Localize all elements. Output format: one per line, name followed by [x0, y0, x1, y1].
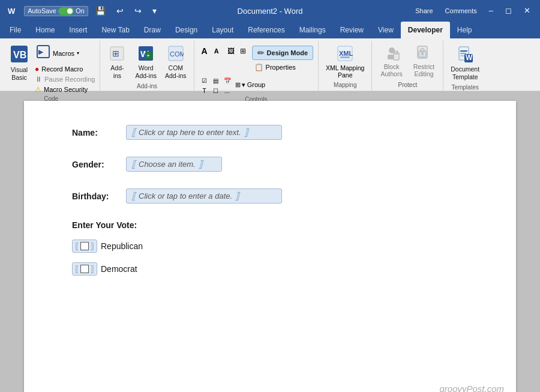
gender-placeholder: Choose an item. [139, 160, 196, 169]
svg-rect-14 [340, 56, 350, 58]
macro-security-warn-icon: ⚠ [35, 85, 41, 94]
block-authors-label: BlockAuthors [380, 63, 402, 77]
block-authors-button[interactable]: BlockAuthors [376, 43, 407, 79]
svg-point-22 [421, 53, 424, 55]
undo-icon[interactable]: ↩ [113, 5, 127, 17]
minimize-button[interactable]: – [484, 6, 498, 15]
controls-top: A A 🖼 ⊞ ✏ Design Mode 📋 [199, 46, 313, 73]
tab-new-tab[interactable]: New Tab [94, 22, 136, 38]
tab-view[interactable]: View [371, 22, 401, 38]
pause-recording-button[interactable]: ⏸ Pause Recording [34, 74, 96, 84]
document-page: Name: Click or tap here to enter text. G… [24, 101, 516, 392]
share-button[interactable]: Share [410, 6, 437, 16]
republican-checkbox[interactable] [80, 242, 89, 250]
tab-design[interactable]: Design [168, 22, 205, 38]
add-ins-button[interactable]: ⊞ Add-ins [104, 43, 130, 82]
document-template-button[interactable]: W DocumentTemplate [447, 43, 483, 83]
democrat-checkbox-control[interactable] [72, 262, 97, 276]
birthday-date-control[interactable]: Click or tap to enter a date. [126, 188, 282, 204]
combo-ctrl[interactable]: ▤ [211, 75, 221, 86]
restore-button[interactable]: ◻ [500, 6, 517, 15]
republican-checkbox-control[interactable] [72, 240, 97, 253]
document-template-icon: W [457, 46, 473, 64]
text-size-controls: A A [199, 46, 222, 56]
image-ctrl-icon[interactable]: 🖼 [226, 46, 236, 56]
protect-group-label: Protect [398, 80, 418, 89]
word-app-icon: W [5, 5, 18, 17]
templates-group-label: Templates [451, 83, 479, 92]
content-ctrl[interactable]: ☐ [211, 85, 221, 96]
tab-help[interactable]: Help [450, 22, 479, 38]
restrict-editing-button[interactable]: RestrictEditing [409, 43, 440, 79]
name-text-control[interactable]: Click or tap here to enter text. [126, 125, 282, 140]
redo-icon[interactable]: ↪ [131, 5, 145, 17]
record-macro-button[interactable]: ● Record Macro [34, 64, 96, 74]
watermark: groovyPost.com [439, 384, 504, 392]
macros-label: Macros [53, 50, 74, 58]
vote-section: Enter Your Vote: Republican Democrat [72, 220, 468, 276]
democrat-vote-row: Democrat [72, 262, 468, 276]
properties-button[interactable]: 📋 Properties [252, 62, 313, 73]
text-controls: A A [199, 46, 222, 56]
document-template-label: DocumentTemplate [451, 65, 479, 80]
design-mode-icon: ✏ [257, 48, 265, 58]
code-group-content: VB VisualBasic ▶ Macros ▾ ● Record Macro [6, 41, 96, 94]
tab-review[interactable]: Review [333, 22, 371, 38]
xml-mapping-pane-button[interactable]: XML XML MappingPane [322, 43, 368, 80]
tab-insert[interactable]: Insert [62, 22, 94, 38]
democrat-label: Democrat [101, 264, 137, 274]
ribbon-group-controls: A A 🖼 ⊞ ✏ Design Mode 📋 [194, 41, 319, 91]
visual-basic-label: VisualBasic [11, 66, 28, 81]
ribbon-tabs: File Home Insert New Tab Draw Design Lay… [0, 22, 540, 38]
restrict-editing-label: RestrictEditing [413, 63, 435, 77]
save-icon[interactable]: 💾 [92, 5, 109, 17]
date-ctrl[interactable]: 📅 [222, 75, 233, 86]
table-ctrl-icon[interactable]: ⊞ [238, 46, 248, 56]
comments-button[interactable]: Comments [440, 6, 482, 16]
mapping-group-content: XML XML MappingPane [322, 41, 368, 80]
autosave-toggle[interactable] [58, 7, 74, 15]
title-bar: W AutoSave On 💾 ↩ ↪ ▾ Document2 - Word S… [0, 0, 540, 22]
democrat-checkbox[interactable] [80, 265, 89, 273]
design-mode-label: Design Mode [267, 49, 308, 56]
tab-draw[interactable]: Draw [137, 22, 168, 38]
visual-basic-button[interactable]: VB VisualBasic [6, 43, 32, 83]
controls-group-content: A A 🖼 ⊞ ✏ Design Mode 📋 [199, 43, 313, 95]
checkbox-ctrl[interactable]: ☑ [199, 75, 210, 86]
text-ctrl[interactable]: T [199, 85, 210, 96]
tab-home[interactable]: Home [28, 22, 62, 38]
small-text-btn[interactable]: A [211, 46, 222, 56]
mapping-group-label: Mapping [334, 80, 356, 89]
svg-text:▶: ▶ [38, 48, 44, 55]
gender-dropdown-control[interactable]: Choose an item. [126, 157, 222, 172]
macros-button[interactable]: ▶ Macros ▾ [34, 43, 96, 64]
tab-layout[interactable]: Layout [205, 22, 241, 38]
autosave-toggle-btn[interactable]: AutoSave On [24, 6, 88, 16]
ribbon-group-code: VB VisualBasic ▶ Macros ▾ ● Record Macro [2, 41, 100, 91]
group-button[interactable]: ⊞ ▾ Group [235, 81, 266, 89]
birthday-placeholder: Click or tap to enter a date. [139, 191, 232, 201]
design-props: ✏ Design Mode 📋 Properties [252, 46, 313, 73]
tab-mailings[interactable]: Mailings [292, 22, 333, 38]
design-mode-button[interactable]: ✏ Design Mode [252, 46, 313, 60]
svg-text:⊞: ⊞ [112, 49, 119, 58]
com-add-ins-icon: COM [168, 46, 184, 63]
controls-bottom: ☑ ▤ 📅 T ☐ … ⊞ ▾ Group [199, 75, 266, 95]
gender-field-row: Gender: Choose an item. [72, 157, 468, 172]
name-placeholder: Click or tap here to enter text. [139, 128, 241, 137]
customize-qat-icon[interactable]: ▾ [149, 5, 160, 17]
com-add-ins-button[interactable]: COM COMAdd-ins [161, 43, 190, 82]
macro-security-button[interactable]: ⚠ Macro Security [34, 85, 96, 94]
word-add-ins-button[interactable]: W + WordAdd-ins [131, 43, 160, 82]
tab-developer[interactable]: Developer [401, 22, 450, 38]
tab-file[interactable]: File [2, 22, 28, 38]
record-macro-label: Record Macro [41, 65, 83, 73]
tab-references[interactable]: References [241, 22, 292, 38]
ribbon-group-addins: ⊞ Add-ins W + WordAdd-ins [100, 41, 194, 91]
republican-vote-row: Republican [72, 240, 468, 253]
visual-basic-icon: VB [11, 46, 28, 65]
large-text-btn[interactable]: A [199, 46, 210, 56]
more-ctrl[interactable]: … [222, 85, 233, 96]
close-button[interactable]: ✕ [519, 6, 535, 15]
macro-security-label: Macro Security [44, 86, 88, 93]
